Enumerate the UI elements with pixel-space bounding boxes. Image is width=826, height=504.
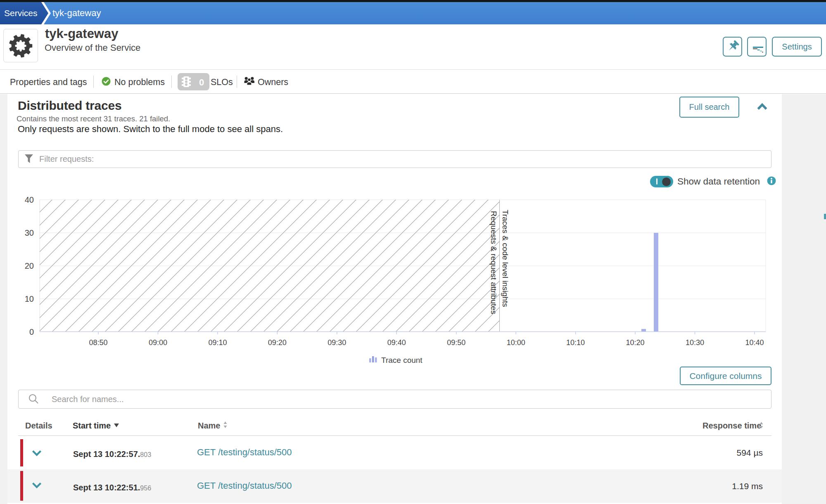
- svg-text:09:40: 09:40: [387, 338, 406, 347]
- svg-text:10:30: 10:30: [686, 338, 704, 347]
- svg-text:09:20: 09:20: [268, 338, 287, 347]
- svg-text:09:50: 09:50: [447, 338, 465, 347]
- svg-text:20: 20: [25, 261, 34, 270]
- svg-text:08:50: 08:50: [89, 338, 107, 347]
- svg-text:10:00: 10:00: [507, 338, 525, 347]
- svg-text:09:30: 09:30: [328, 338, 346, 347]
- svg-text:Requests & request attributes: Requests & request attributes: [489, 211, 498, 314]
- svg-text:40: 40: [25, 195, 34, 204]
- svg-text:09:10: 09:10: [208, 338, 227, 347]
- svg-text:10: 10: [25, 294, 34, 303]
- svg-text:09:00: 09:00: [149, 338, 167, 347]
- svg-text:Traces & code level insights: Traces & code level insights: [501, 210, 510, 307]
- svg-text:30: 30: [25, 228, 34, 237]
- svg-text:10:20: 10:20: [626, 338, 645, 347]
- svg-text:10:40: 10:40: [745, 338, 764, 347]
- svg-text:10:10: 10:10: [566, 338, 585, 347]
- svg-text:0: 0: [29, 327, 34, 336]
